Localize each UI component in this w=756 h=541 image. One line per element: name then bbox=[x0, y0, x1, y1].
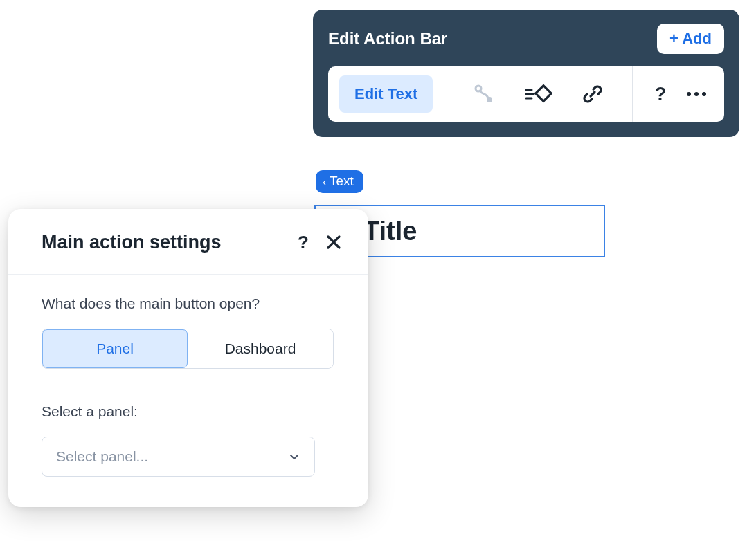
animation-diamond-icon[interactable] bbox=[523, 79, 554, 109]
help-icon[interactable]: ? bbox=[291, 230, 316, 255]
main-button-question: What does the main button open? bbox=[42, 295, 335, 312]
chevron-left-icon: ‹ bbox=[323, 176, 326, 187]
svg-point-1 bbox=[487, 97, 492, 102]
open-target-toggle: Panel Dashboard bbox=[42, 329, 334, 369]
edit-text-button[interactable]: Edit Text bbox=[339, 75, 433, 113]
link-icon[interactable] bbox=[577, 79, 608, 109]
main-action-settings-panel: Main action settings ? What does the mai… bbox=[8, 209, 368, 507]
help-icon[interactable]: ? bbox=[645, 79, 676, 109]
action-toolbar: Edit Text bbox=[328, 66, 724, 122]
edit-action-bar: Edit Action Bar + Add Edit Text bbox=[313, 10, 739, 137]
panel-select-placeholder: Select panel... bbox=[56, 448, 148, 465]
back-to-text-pill[interactable]: ‹ Text bbox=[316, 170, 363, 193]
svg-rect-5 bbox=[535, 86, 551, 102]
add-button[interactable]: + Add bbox=[657, 24, 724, 54]
select-panel-label: Select a panel: bbox=[42, 403, 335, 420]
close-icon[interactable] bbox=[321, 230, 346, 255]
text-pill-label: Text bbox=[330, 174, 354, 189]
toggle-panel-option[interactable]: Panel bbox=[42, 329, 188, 368]
chevron-down-icon bbox=[288, 450, 300, 463]
more-options-icon[interactable] bbox=[681, 79, 712, 109]
panel-select-dropdown[interactable]: Select panel... bbox=[42, 437, 315, 477]
path-icon[interactable] bbox=[469, 79, 499, 109]
toggle-dashboard-option[interactable]: Dashboard bbox=[188, 329, 333, 368]
action-bar-title: Edit Action Bar bbox=[328, 29, 447, 48]
settings-panel-title: Main action settings bbox=[42, 232, 291, 253]
